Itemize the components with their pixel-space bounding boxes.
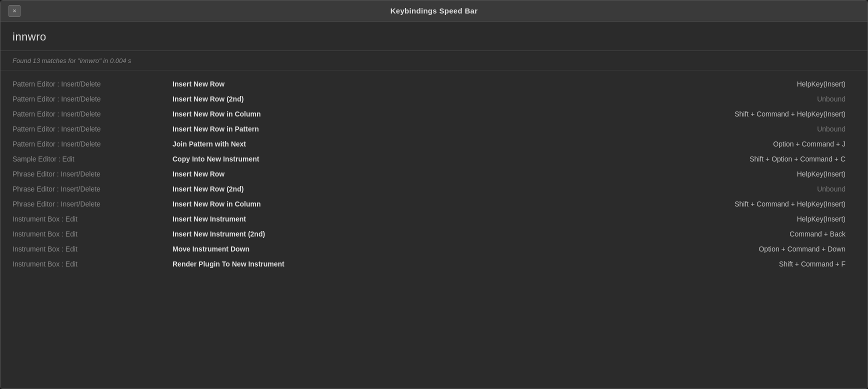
action-text: Insert New Instrument [172, 215, 514, 223]
keybinding-text: Option + Command + Down [514, 245, 856, 253]
result-row[interactable]: Phrase Editor : Insert/DeleteInsert New … [12, 166, 856, 182]
action-text: Join Pattern with Next [172, 140, 514, 148]
status-bar: Found 13 matches for "innwro" in 0.004 s [0, 51, 868, 70]
action-text: Insert New Row in Column [172, 110, 514, 118]
keybinding-text: Shift + Command + F [514, 260, 856, 268]
result-row[interactable]: Instrument Box : EditInsert New Instrume… [12, 226, 856, 242]
result-row[interactable]: Instrument Box : EditInsert New Instrume… [12, 212, 856, 226]
action-text: Insert New Row [172, 170, 514, 178]
result-row[interactable]: Phrase Editor : Insert/DeleteInsert New … [12, 182, 856, 196]
keybinding-text: HelpKey(Insert) [514, 215, 856, 223]
context-text: Instrument Box : Edit [12, 230, 172, 238]
context-text: Pattern Editor : Insert/Delete [12, 125, 172, 133]
context-text: Sample Editor : Edit [12, 155, 172, 163]
action-text: Insert New Row (2nd) [172, 95, 514, 103]
keybindings-window: × Keybindings Speed Bar innwro Found 13 … [0, 0, 868, 389]
result-row[interactable]: Pattern Editor : Insert/DeleteJoin Patte… [12, 136, 856, 152]
result-row[interactable]: Phrase Editor : Insert/DeleteInsert New … [12, 196, 856, 212]
action-text: Insert New Row [172, 80, 514, 88]
keybinding-text: Shift + Option + Command + C [514, 155, 856, 163]
context-text: Phrase Editor : Insert/Delete [12, 200, 172, 208]
keybinding-text: Command + Back [514, 230, 856, 238]
keybinding-text: Option + Command + J [514, 140, 856, 148]
action-text: Copy Into New Instrument [172, 155, 514, 163]
result-row[interactable]: Pattern Editor : Insert/DeleteInsert New… [12, 92, 856, 106]
titlebar: × Keybindings Speed Bar [0, 0, 868, 22]
context-text: Pattern Editor : Insert/Delete [12, 110, 172, 118]
context-text: Pattern Editor : Insert/Delete [12, 95, 172, 103]
result-row[interactable]: Instrument Box : EditRender Plugin To Ne… [12, 256, 856, 272]
result-row[interactable]: Pattern Editor : Insert/DeleteInsert New… [12, 76, 856, 92]
result-row[interactable]: Pattern Editor : Insert/DeleteInsert New… [12, 106, 856, 122]
keybinding-text: Shift + Command + HelpKey(Insert) [514, 110, 856, 118]
search-bar[interactable]: innwro [0, 22, 868, 51]
close-button[interactable]: × [8, 5, 20, 17]
context-text: Instrument Box : Edit [12, 245, 172, 253]
result-row[interactable]: Sample Editor : EditCopy Into New Instru… [12, 152, 856, 166]
keybinding-text: Unbound [514, 125, 856, 133]
result-row[interactable]: Pattern Editor : Insert/DeleteInsert New… [12, 122, 856, 136]
keybinding-text: Unbound [514, 95, 856, 103]
search-query-display[interactable]: innwro [12, 30, 856, 44]
context-text: Instrument Box : Edit [12, 215, 172, 223]
window-title: Keybindings Speed Bar [390, 6, 478, 15]
action-text: Move Instrument Down [172, 245, 514, 253]
status-text: Found 13 matches for "innwro" in 0.004 s [12, 57, 132, 64]
results-container: Pattern Editor : Insert/DeleteInsert New… [0, 70, 868, 388]
keybinding-text: Shift + Command + HelpKey(Insert) [514, 200, 856, 208]
result-row[interactable]: Instrument Box : EditMove Instrument Dow… [12, 242, 856, 256]
context-text: Pattern Editor : Insert/Delete [12, 140, 172, 148]
keybinding-text: Unbound [514, 185, 856, 193]
context-text: Instrument Box : Edit [12, 260, 172, 268]
action-text: Insert New Row in Pattern [172, 125, 514, 133]
action-text: Insert New Row in Column [172, 200, 514, 208]
context-text: Phrase Editor : Insert/Delete [12, 185, 172, 193]
keybinding-text: HelpKey(Insert) [514, 80, 856, 88]
action-text: Insert New Row (2nd) [172, 185, 514, 193]
action-text: Insert New Instrument (2nd) [172, 230, 514, 238]
keybinding-text: HelpKey(Insert) [514, 170, 856, 178]
context-text: Pattern Editor : Insert/Delete [12, 80, 172, 88]
action-text: Render Plugin To New Instrument [172, 260, 514, 268]
context-text: Phrase Editor : Insert/Delete [12, 170, 172, 178]
